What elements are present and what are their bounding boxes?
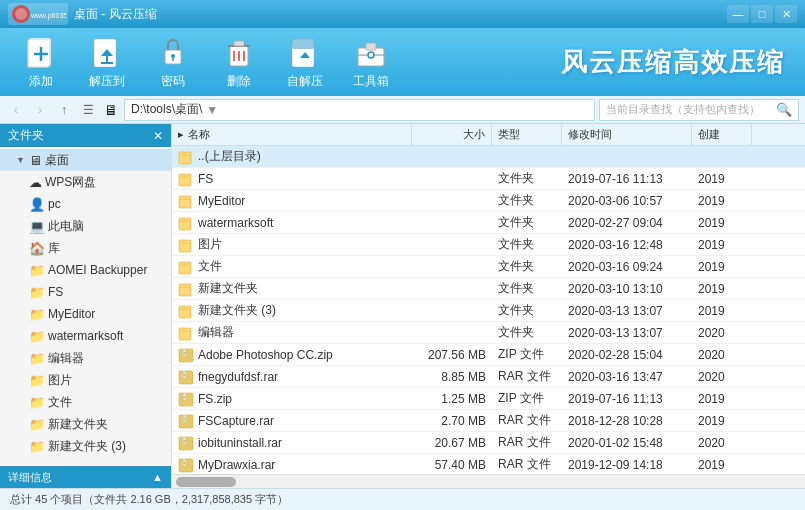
file-type-icon: [178, 237, 194, 253]
file-type-icon: [178, 149, 194, 165]
add-button[interactable]: 添加: [10, 32, 72, 92]
nav-up-button[interactable]: ↑: [54, 100, 74, 120]
password-label: 密码: [161, 73, 185, 90]
tree-item-label: 桌面: [45, 152, 69, 169]
path-text: D:\tools\桌面\: [131, 101, 202, 118]
sidebar-item-aomei[interactable]: 📁 AOMEI Backupper: [0, 259, 171, 281]
file-type: RAR 文件: [492, 456, 562, 473]
password-button[interactable]: 密码: [142, 32, 204, 92]
file-modified: 2019-07-16 11:13: [562, 392, 692, 406]
window-title: 桌面 - 风云压缩: [74, 6, 727, 23]
file-row[interactable]: ≡ iobituninstall.rar 20.67 MB RAR 文件 202…: [172, 432, 805, 454]
file-size: 207.56 MB: [412, 348, 492, 362]
file-size: 20.67 MB: [412, 436, 492, 450]
col-header-modified[interactable]: 修改时间: [562, 124, 692, 145]
minimize-button[interactable]: —: [727, 5, 749, 23]
extract-button[interactable]: 解压到: [76, 32, 138, 92]
file-name-text: 新建文件夹: [198, 280, 258, 297]
sidebar-item-fs[interactable]: 📁 FS: [0, 281, 171, 303]
file-name-text: FS.zip: [198, 392, 232, 406]
folder-icon: 📁: [29, 329, 45, 344]
tree-item-label: MyEditor: [48, 307, 95, 321]
svg-rect-33: [179, 262, 191, 274]
nav-back-button[interactable]: ‹: [6, 100, 26, 120]
extract-icon: [89, 34, 125, 70]
file-modified: 2020-03-16 13:47: [562, 370, 692, 384]
sidebar-close-button[interactable]: ✕: [153, 129, 163, 143]
folder-icon: 💻: [29, 219, 45, 234]
col-header-name[interactable]: ▸ 名称: [172, 124, 412, 145]
folder-icon: 🖥: [29, 153, 42, 168]
file-name: 新建文件夹: [172, 280, 412, 297]
sidebar-item-wps[interactable]: ☁ WPS网盘: [0, 171, 171, 193]
delete-label: 删除: [227, 73, 251, 90]
file-row[interactable]: 编辑器 文件夹 2020-03-13 13:07 2020: [172, 322, 805, 344]
search-icon[interactable]: 🔍: [776, 102, 792, 117]
file-row[interactable]: ≡ MyDrawxia.rar 57.40 MB RAR 文件 2019-12-…: [172, 454, 805, 474]
file-name-text: 图片: [198, 236, 222, 253]
sidebar-item-pc[interactable]: 👤 pc: [0, 193, 171, 215]
file-size: 8.85 MB: [412, 370, 492, 384]
tree-item-label: AOMEI Backupper: [48, 263, 147, 277]
selfextract-button[interactable]: 自解压: [274, 32, 336, 92]
sidebar-item-watermarksoft[interactable]: 📁 watermarksoft: [0, 325, 171, 347]
nav-forward-button[interactable]: ›: [30, 100, 50, 120]
sidebar-item-desktop[interactable]: ▼ 🖥 桌面: [0, 149, 171, 171]
main-content: 文件夹 ✕ ▼ 🖥 桌面 ☁ WPS网盘 👤 pc 💻 此电脑 🏠 库 📁 AO…: [0, 124, 805, 488]
add-icon: [23, 34, 59, 70]
file-row[interactable]: ≡ FSCapture.rar 2.70 MB RAR 文件 2018-12-2…: [172, 410, 805, 432]
file-type: 文件夹: [492, 302, 562, 319]
file-row[interactable]: ≡ FS.zip 1.25 MB ZIP 文件 2019-07-16 11:13…: [172, 388, 805, 410]
col-type-label: 类型: [498, 127, 520, 142]
file-row[interactable]: MyEditor 文件夹 2020-03-06 10:57 2019: [172, 190, 805, 212]
toolbox-button[interactable]: 工具箱: [340, 32, 402, 92]
address-bar: ‹ › ↑ ☰ 🖥 D:\tools\桌面\ ▼ 当前目录查找（支持包内查找） …: [0, 96, 805, 124]
file-list-header: ▸ 名称 大小 类型 修改时间 创建: [172, 124, 805, 146]
file-row[interactable]: FS 文件夹 2019-07-16 11:13 2019: [172, 168, 805, 190]
close-button[interactable]: ✕: [775, 5, 797, 23]
file-modified: 2020-01-02 15:48: [562, 436, 692, 450]
sidebar-item-library[interactable]: 🏠 库: [0, 237, 171, 259]
file-type: 文件夹: [492, 236, 562, 253]
folder-icon: 📁: [29, 417, 45, 432]
file-row[interactable]: ≡ fnegydufdsf.rar 8.85 MB RAR 文件 2020-03…: [172, 366, 805, 388]
add-label: 添加: [29, 73, 53, 90]
horizontal-scrollbar[interactable]: [172, 474, 805, 488]
file-created: 2019: [692, 414, 772, 428]
file-row[interactable]: ≡ Adobe Photoshop CC.zip 207.56 MB ZIP 文…: [172, 344, 805, 366]
col-header-size[interactable]: 大小: [412, 124, 492, 145]
maximize-button[interactable]: □: [751, 5, 773, 23]
nav-view-button[interactable]: ☰: [78, 100, 98, 120]
file-row[interactable]: 图片 文件夹 2020-03-16 12:48 2019: [172, 234, 805, 256]
file-row[interactable]: watermarksoft 文件夹 2020-02-27 09:04 2019: [172, 212, 805, 234]
address-path[interactable]: D:\tools\桌面\ ▼: [124, 99, 595, 121]
file-type-icon: [178, 281, 194, 297]
col-header-created[interactable]: 创建: [692, 124, 752, 145]
sidebar-item-myeditor[interactable]: 📁 MyEditor: [0, 303, 171, 325]
sidebar-item-files[interactable]: 📁 文件: [0, 391, 171, 413]
col-header-type[interactable]: 类型: [492, 124, 562, 145]
sidebar-item-thispc[interactable]: 💻 此电脑: [0, 215, 171, 237]
file-type-icon: ≡: [178, 435, 194, 451]
file-name-text: MyEditor: [198, 194, 245, 208]
file-row[interactable]: ..(上层目录): [172, 146, 805, 168]
sidebar-item-editor[interactable]: 📁 编辑器: [0, 347, 171, 369]
sidebar-item-newfolder3[interactable]: 📁 新建文件夹 (3): [0, 435, 171, 457]
file-created: 2019: [692, 304, 772, 318]
sidebar-item-newfolder[interactable]: 📁 新建文件夹: [0, 413, 171, 435]
file-name: ..(上层目录): [172, 148, 412, 165]
file-row[interactable]: 文件 文件夹 2020-03-16 09:24 2019: [172, 256, 805, 278]
file-created: 2020: [692, 348, 772, 362]
sidebar-bottom-panel[interactable]: 详细信息 ▲: [0, 466, 171, 488]
file-row[interactable]: 新建文件夹 (3) 文件夹 2020-03-13 13:07 2019: [172, 300, 805, 322]
folder-icon: 📁: [29, 373, 45, 388]
file-name: ≡ MyDrawxia.rar: [172, 457, 412, 473]
scroll-thumb[interactable]: [176, 477, 236, 487]
file-created: 2020: [692, 326, 772, 340]
svg-point-27: [368, 52, 374, 58]
file-row[interactable]: 新建文件夹 文件夹 2020-03-10 13:10 2019: [172, 278, 805, 300]
file-type-icon: [178, 325, 194, 341]
search-box[interactable]: 当前目录查找（支持包内查找） 🔍: [599, 99, 799, 121]
sidebar-item-images[interactable]: 📁 图片: [0, 369, 171, 391]
delete-button[interactable]: 删除: [208, 32, 270, 92]
